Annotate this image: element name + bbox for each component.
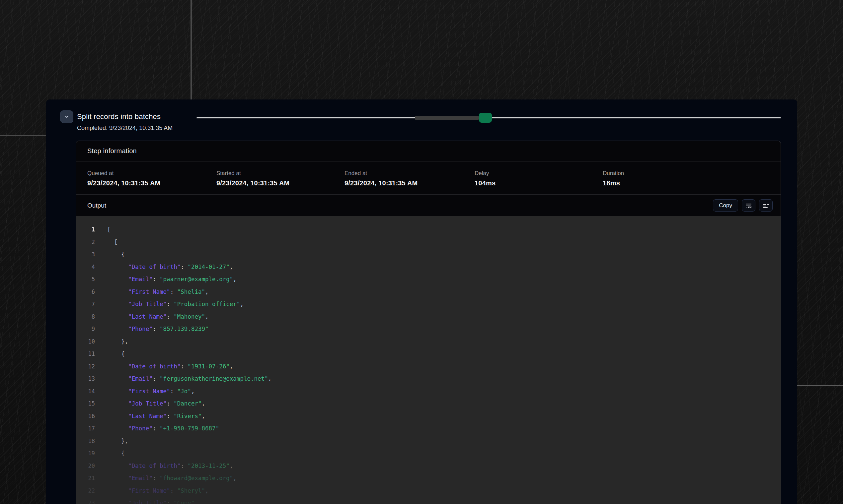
code-line: 12 "Date of birth": "1931-07-26",: [76, 360, 780, 373]
code-text: "Email": "fergusonkatherine@example.net"…: [107, 373, 272, 385]
background-vertical-line: [190, 0, 192, 100]
code-text: "Phone": "857.139.8239": [107, 323, 209, 336]
copy-button[interactable]: Copy: [713, 199, 738, 212]
code-line: 16 "Last Name": "Rivers",: [76, 410, 780, 423]
line-number: 9: [76, 323, 95, 336]
line-number: 14: [76, 385, 95, 398]
line-number: 7: [76, 298, 95, 311]
code-text: "Job Title": "Probation officer",: [107, 298, 244, 311]
line-number: 21: [76, 472, 95, 485]
code-text: {: [107, 447, 125, 460]
code-line: 6 "First Name": "Shelia",: [76, 286, 780, 299]
line-number: 10: [76, 336, 95, 348]
wrap-text-button[interactable]: [742, 199, 755, 212]
code-text: "Date of birth": "2013-11-25",: [107, 460, 233, 472]
code-text: "First Name": "Jo",: [107, 385, 194, 398]
background-left-line: [0, 135, 46, 136]
code-text: "Email": "pwarner@example.org",: [107, 273, 237, 286]
code-line: 4 "Date of birth": "2014-01-27",: [76, 261, 780, 273]
line-number: 17: [76, 422, 95, 435]
code-text: },: [107, 336, 128, 348]
line-number: 19: [76, 447, 95, 460]
code-text: "Job Title": "Dancer",: [107, 398, 205, 410]
code-text: "First Name": "Sheryl",: [107, 485, 209, 497]
line-number: 3: [76, 248, 95, 261]
line-number: 20: [76, 460, 95, 472]
info-value: 9/23/2024, 10:31:35 AM: [217, 179, 344, 187]
code-text: "Phone": "+1-950-759-8687": [107, 422, 219, 435]
line-number: 12: [76, 360, 95, 373]
info-label: Ended at: [344, 170, 475, 177]
info-label: Duration: [603, 170, 780, 177]
code-line: 2 [: [76, 236, 780, 249]
info-value: 9/23/2024, 10:31:35 AM: [344, 179, 475, 187]
timeline-handle[interactable]: [479, 113, 492, 123]
code-line: 9 "Phone": "857.139.8239": [76, 323, 780, 336]
info-field: Queued at9/23/2024, 10:31:35 AM: [87, 170, 217, 194]
line-number: 8: [76, 311, 95, 323]
code-line: 8 "Last Name": "Mahoney",: [76, 311, 780, 323]
code-text: {: [107, 348, 125, 360]
chevron-down-icon: [64, 114, 69, 119]
info-field: Delay104ms: [475, 170, 603, 194]
info-field: Ended at9/23/2024, 10:31:35 AM: [344, 170, 475, 194]
line-number: 11: [76, 348, 95, 360]
line-number: 23: [76, 497, 95, 504]
line-number: 18: [76, 435, 95, 448]
step-detail-panel: Split records into batches Completed: 9/…: [46, 100, 797, 504]
step-information-title: Step information: [87, 147, 137, 155]
code-line: 20 "Date of birth": "2013-11-25",: [76, 460, 780, 472]
code-text: },: [107, 435, 128, 448]
output-code-viewer[interactable]: 1[2 [3 {4 "Date of birth": "2014-01-27",…: [76, 216, 780, 504]
info-value: 9/23/2024, 10:31:35 AM: [87, 179, 217, 187]
code-line: 3 {: [76, 248, 780, 261]
line-number: 16: [76, 410, 95, 423]
info-label: Queued at: [87, 170, 217, 177]
code-text: "Last Name": "Rivers",: [107, 410, 205, 423]
screen: Split records into batches Completed: 9/…: [0, 0, 843, 504]
code-line: 21 "Email": "fhoward@example.org",: [76, 472, 780, 485]
code-line: 23 "Job Title": "Copy",: [76, 497, 780, 504]
step-title: Split records into batches: [77, 112, 161, 121]
code-line: 11 {: [76, 348, 780, 360]
line-number: 4: [76, 261, 95, 273]
line-number: 15: [76, 398, 95, 410]
code-text: [: [107, 236, 118, 249]
code-line: 13 "Email": "fergusonkatherine@example.n…: [76, 373, 780, 385]
wrap-text-icon: [745, 202, 752, 209]
output-title: Output: [87, 202, 106, 209]
info-value: 104ms: [475, 179, 603, 187]
info-label: Started at: [217, 170, 344, 177]
code-text: "Date of birth": "1931-07-26",: [107, 360, 233, 373]
code-text: [: [107, 223, 111, 236]
step-information-header: Step information: [76, 141, 780, 161]
line-number: 5: [76, 273, 95, 286]
collapse-step-button[interactable]: [60, 110, 73, 123]
info-field: Started at9/23/2024, 10:31:35 AM: [217, 170, 344, 194]
background-right-line: [797, 385, 843, 386]
line-number: 13: [76, 373, 95, 385]
code-line: 15 "Job Title": "Dancer",: [76, 398, 780, 410]
line-number: 1: [76, 223, 95, 236]
scroll-to-top-button[interactable]: [759, 199, 773, 212]
code-line: 5 "Email": "pwarner@example.org",: [76, 273, 780, 286]
line-number: 22: [76, 485, 95, 497]
info-label: Delay: [475, 170, 603, 177]
info-field: Duration18ms: [603, 170, 780, 194]
code-text: "Email": "fhoward@example.org",: [107, 472, 237, 485]
step-timeline[interactable]: [196, 111, 781, 125]
code-line: 1[: [76, 223, 780, 236]
info-value: 18ms: [603, 179, 780, 187]
code-line: 14 "First Name": "Jo",: [76, 385, 780, 398]
step-information-card: Step information Queued at9/23/2024, 10:…: [76, 141, 781, 504]
output-header: Output Copy: [76, 195, 780, 216]
code-line: 17 "Phone": "+1-950-759-8687": [76, 422, 780, 435]
line-number: 2: [76, 236, 95, 249]
step-status-line: Completed: 9/23/2024, 10:31:35 AM: [77, 124, 173, 132]
code-text: "Date of birth": "2014-01-27",: [107, 261, 233, 273]
code-text: "Job Title": "Copy",: [107, 497, 198, 504]
line-number: 6: [76, 286, 95, 299]
code-line: 10 },: [76, 336, 780, 348]
code-line: 22 "First Name": "Sheryl",: [76, 485, 780, 497]
timeline-range-segment: [415, 116, 479, 120]
